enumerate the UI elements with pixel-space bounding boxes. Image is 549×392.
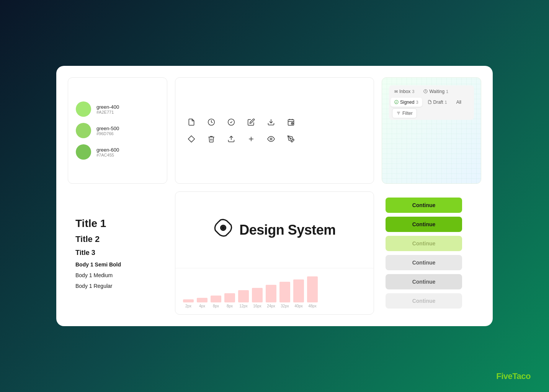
tab-signed[interactable]: Signed 3 xyxy=(391,98,422,107)
color-item-green500: green-500 #96D766 xyxy=(76,123,159,138)
spacing-bar-item: 24px xyxy=(266,285,276,308)
continue-button-3-disabled: Continue xyxy=(386,236,462,251)
spacing-bar-item: 16px xyxy=(252,288,263,308)
design-system-panel: Design System 2px 4px 8px 8px 12px 16px … xyxy=(175,191,374,315)
tabs-bar: ✉ Inbox 3 Waiting 1 Signed 3 xyxy=(389,85,474,120)
spacing-bar-item: 12px xyxy=(238,290,249,308)
spacing-label: 32px xyxy=(281,304,289,308)
download-icon[interactable] xyxy=(266,117,276,127)
spacing-bar-item: 8px xyxy=(224,293,235,308)
spacing-label: 40px xyxy=(294,304,303,308)
tab-waiting-count: 1 xyxy=(446,89,448,94)
tab-draft-label: Draft xyxy=(433,100,443,105)
spacing-bar-item: 40px xyxy=(293,279,304,308)
spacing-bar-item: 32px xyxy=(279,282,290,308)
clock-icon[interactable] xyxy=(206,117,217,127)
tab-draft[interactable]: Draft 1 xyxy=(424,98,451,107)
spacing-bar xyxy=(252,288,263,302)
icons-panel xyxy=(175,77,374,184)
spacing-label: 16px xyxy=(253,304,261,308)
typography-title2: Title 2 xyxy=(75,234,160,244)
color-swatch-green600 xyxy=(76,144,91,160)
spacing-bar xyxy=(279,282,290,302)
continue-button-6-disabled: Continue xyxy=(386,293,462,309)
spacing-bar xyxy=(197,298,208,302)
spacing-bar xyxy=(293,279,304,302)
draft-icon xyxy=(428,100,432,105)
main-card: green-400 #A2E771 green-500 #96D766 gree… xyxy=(56,66,493,326)
brand-five: Five xyxy=(496,371,512,381)
color-name-green500: green-500 xyxy=(96,126,119,131)
spacing-label: 8px xyxy=(213,304,219,308)
color-info-green500: green-500 #96D766 xyxy=(96,126,119,136)
design-system-title: Design System xyxy=(239,222,336,238)
color-item-green400: green-400 #A2E771 xyxy=(76,101,159,117)
check-circle-icon[interactable] xyxy=(226,117,237,127)
waiting-icon xyxy=(423,89,428,94)
signed-icon xyxy=(394,100,399,105)
spacing-bar xyxy=(238,290,249,302)
typography-body-semibold: Body 1 Semi Bold xyxy=(75,261,160,268)
spacing-label: 12px xyxy=(239,304,248,308)
gear-logo-icon xyxy=(213,218,233,242)
edit-icon[interactable] xyxy=(246,117,257,127)
filter-button[interactable]: Filter xyxy=(392,108,417,118)
tab-all-label: All xyxy=(456,100,461,105)
diamond-icon[interactable] xyxy=(186,134,197,144)
spacing-bars: 2px 4px 8px 8px 12px 16px 24px 32px 40px xyxy=(183,278,366,308)
eye-icon[interactable] xyxy=(266,134,276,144)
trash-icon[interactable] xyxy=(206,134,217,144)
buttons-panel: Continue Continue Continue Continue Cont… xyxy=(382,191,481,315)
typography-title3: Title 3 xyxy=(75,249,160,257)
color-panel: green-400 #A2E771 green-500 #96D766 gree… xyxy=(68,77,167,184)
icons-row-1 xyxy=(186,117,363,127)
spacing-label: 8px xyxy=(227,304,233,308)
spacing-label: 2px xyxy=(185,304,191,308)
plus-icon[interactable] xyxy=(246,134,257,144)
spacing-bar xyxy=(266,285,276,302)
color-swatch-green400 xyxy=(76,101,91,117)
spacing-bar xyxy=(224,293,235,302)
pen-tool-icon[interactable] xyxy=(286,134,296,144)
brand-footer: FiveTaco xyxy=(496,371,531,381)
color-hex-green500: #96D766 xyxy=(96,131,119,136)
typography-panel: Title 1 Title 2 Title 3 Body 1 Semi Bold… xyxy=(68,191,167,315)
tab-waiting-label: Waiting xyxy=(429,89,444,94)
tabs-panel: ✉ Inbox 3 Waiting 1 Signed 3 xyxy=(382,77,481,184)
color-hex-green600: #7AC455 xyxy=(96,153,119,157)
file-icon[interactable] xyxy=(186,117,197,127)
color-hex-green400: #A2E771 xyxy=(96,110,119,114)
design-system-logo: Design System xyxy=(175,192,374,268)
tab-signed-count: 3 xyxy=(416,100,418,105)
continue-button-1[interactable]: Continue xyxy=(386,198,462,213)
color-info-green600: green-600 #7AC455 xyxy=(96,147,119,157)
spacing-bar xyxy=(183,299,194,302)
calendar-clock-icon[interactable] xyxy=(286,117,296,127)
continue-button-4[interactable]: Continue xyxy=(386,255,462,270)
spacing-bar xyxy=(307,276,318,302)
svg-point-12 xyxy=(290,138,291,139)
typography-title1: Title 1 xyxy=(75,217,160,230)
typography-body-regular: Body 1 Regular xyxy=(75,283,160,289)
spacing-label: 4px xyxy=(199,304,205,308)
tab-inbox[interactable]: ✉ Inbox 3 xyxy=(391,87,418,96)
svg-point-19 xyxy=(222,227,225,229)
spacing-label: 48px xyxy=(308,304,317,308)
color-name-green600: green-600 xyxy=(96,147,119,153)
tab-all[interactable]: All xyxy=(453,98,465,107)
share-icon[interactable] xyxy=(226,134,237,144)
tab-waiting[interactable]: Waiting 1 xyxy=(420,87,452,96)
typography-body-medium: Body 1 Medium xyxy=(75,272,160,278)
spacing-bar-item: 2px xyxy=(183,299,194,308)
spacing-bar-item: 48px xyxy=(307,276,318,308)
continue-button-5[interactable]: Continue xyxy=(386,274,462,289)
color-info-green400: green-400 #A2E771 xyxy=(96,104,119,114)
icons-row-2 xyxy=(186,134,363,144)
color-item-green600: green-600 #7AC455 xyxy=(76,144,159,160)
tab-signed-label: Signed xyxy=(400,100,414,105)
color-name-green400: green-400 xyxy=(96,104,119,110)
continue-button-2[interactable]: Continue xyxy=(386,217,462,232)
tab-inbox-count: 3 xyxy=(412,89,414,94)
svg-point-11 xyxy=(270,138,272,140)
spacing-label: 24px xyxy=(267,304,275,308)
